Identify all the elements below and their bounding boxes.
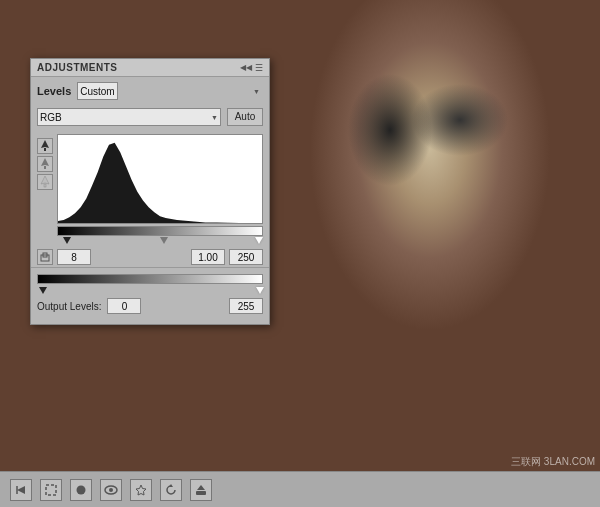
levels-label: Levels xyxy=(37,85,71,97)
histogram-section xyxy=(31,130,269,224)
channel-select-wrapper: RGB ▼ xyxy=(37,108,221,126)
bottom-toolbar xyxy=(0,471,600,507)
output-markers xyxy=(37,286,263,294)
svg-rect-9 xyxy=(46,485,56,495)
input-black-value[interactable] xyxy=(57,249,91,265)
star-button[interactable] xyxy=(130,479,152,501)
white-input-marker[interactable] xyxy=(255,237,263,244)
refresh-button[interactable] xyxy=(160,479,182,501)
back-button[interactable] xyxy=(10,479,32,501)
eye-button[interactable] xyxy=(100,479,122,501)
output-label-row: Output Levels: xyxy=(37,298,263,314)
black-point-eyedropper[interactable] xyxy=(37,138,53,154)
panel-content: Levels Custom ▼ RGB ▼ Auto xyxy=(31,77,269,324)
black-output-marker[interactable] xyxy=(39,287,47,294)
levels-row: Levels Custom ▼ xyxy=(31,77,269,104)
svg-point-12 xyxy=(109,488,113,492)
output-gradient-track xyxy=(37,274,263,284)
output-section: Output Levels: xyxy=(31,270,269,320)
output-label: Output Levels: xyxy=(37,301,101,312)
panel-header: ADJUSTMENTS ◀◀ ☰ xyxy=(31,59,269,77)
watermark: 三联网 3LAN.COM xyxy=(511,455,595,469)
histogram-svg xyxy=(58,135,262,223)
input-white-value[interactable] xyxy=(229,249,263,265)
input-mid-value[interactable] xyxy=(191,249,225,265)
input-values-row xyxy=(31,249,269,265)
upload-button[interactable] xyxy=(190,479,212,501)
clip-icon[interactable] xyxy=(37,249,53,265)
white-point-eyedropper[interactable] xyxy=(37,174,53,190)
eyedroppers xyxy=(37,134,53,224)
section-divider xyxy=(31,267,269,268)
input-markers xyxy=(57,236,263,245)
channel-row: RGB ▼ Auto xyxy=(31,104,269,130)
svg-marker-13 xyxy=(136,485,146,495)
preset-select-arrow-icon: ▼ xyxy=(253,88,260,95)
collapse-icon[interactable]: ◀◀ xyxy=(240,63,252,72)
input-gradient-track xyxy=(57,226,263,236)
panel-icons: ◀◀ ☰ xyxy=(240,63,263,73)
adjustments-panel: ADJUSTMENTS ◀◀ ☰ Levels Custom ▼ RGB ▼ xyxy=(30,58,270,325)
black-input-marker[interactable] xyxy=(63,237,71,244)
svg-point-10 xyxy=(77,485,86,494)
auto-button[interactable]: Auto xyxy=(227,108,263,126)
svg-marker-7 xyxy=(17,486,25,494)
svg-rect-0 xyxy=(44,148,46,151)
output-black-value[interactable] xyxy=(107,298,141,314)
histogram-canvas xyxy=(57,134,263,224)
output-white-value[interactable] xyxy=(229,298,263,314)
circle-button[interactable] xyxy=(70,479,92,501)
panel-title: ADJUSTMENTS xyxy=(37,62,118,73)
panel-menu-icon[interactable]: ☰ xyxy=(255,63,263,73)
svg-rect-2 xyxy=(44,184,46,187)
svg-rect-15 xyxy=(196,491,206,495)
input-slider-area xyxy=(31,226,269,245)
svg-marker-16 xyxy=(197,485,205,490)
svg-rect-5 xyxy=(41,255,49,261)
white-output-marker[interactable] xyxy=(256,287,264,294)
channel-select[interactable]: RGB xyxy=(37,108,221,126)
gray-point-eyedropper[interactable] xyxy=(37,156,53,172)
preset-select[interactable]: Custom xyxy=(77,82,118,100)
select-button[interactable] xyxy=(40,479,62,501)
mid-input-marker[interactable] xyxy=(160,237,168,244)
svg-rect-1 xyxy=(44,166,46,169)
preset-select-wrapper: Custom ▼ xyxy=(77,82,263,100)
